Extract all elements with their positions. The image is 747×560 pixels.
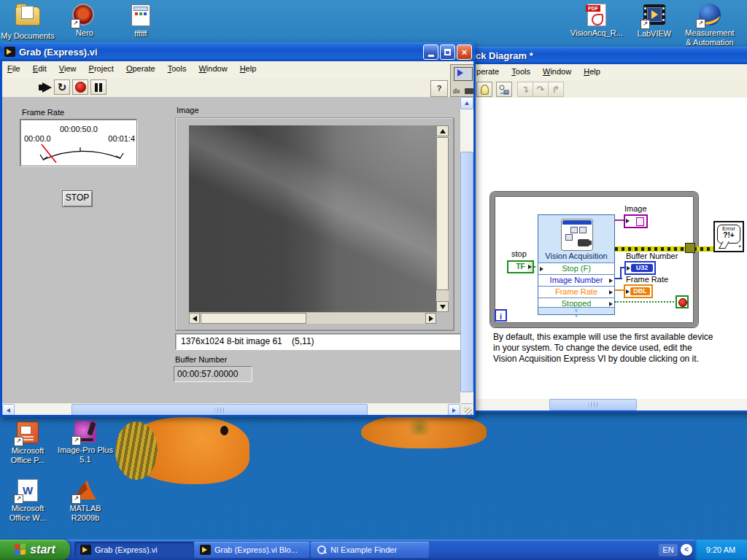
pause-icon	[95, 83, 102, 92]
scroll-left-button[interactable]	[189, 313, 200, 324]
wallpaper-fish-left	[111, 413, 257, 486]
taskbar-button-example-finder[interactable]: NI Example Finder	[311, 542, 429, 558]
diagram-horizontal-scrollbar[interactable]	[440, 399, 747, 411]
scroll-up-button[interactable]	[436, 125, 449, 136]
scrollbar-thumb[interactable]	[201, 313, 306, 324]
document-icon	[131, 4, 150, 26]
title-bar[interactable]: ck Diagram *	[438, 47, 747, 64]
scroll-down-button[interactable]	[436, 301, 449, 312]
abort-button[interactable]	[72, 79, 88, 95]
run-continuously-button[interactable]: ↻	[54, 79, 70, 95]
buffer-number-terminal[interactable]: U32	[624, 261, 656, 275]
desktop-icon-visionacq-pdf[interactable]: PDF VisionAcq_R...	[569, 3, 624, 38]
image-vertical-scrollbar[interactable]	[436, 125, 449, 312]
close-button[interactable]: ×	[457, 44, 472, 60]
language-indicator[interactable]: EN	[659, 544, 678, 556]
iteration-terminal[interactable]: i	[495, 309, 507, 322]
vi-icon-pane[interactable]: dx	[450, 64, 473, 97]
desktop-icon-nero[interactable]: ↗ Nero	[57, 3, 112, 38]
scrollbar-thumb[interactable]	[71, 404, 368, 415]
loop-condition-terminal[interactable]	[676, 295, 689, 308]
diagram-canvas[interactable]: i stop TF Vision Acquisition Stop (F) Im…	[440, 98, 747, 399]
desktop-icon-matlab[interactable]: ↗ MATLAB R2009b	[58, 478, 113, 523]
maximize-icon	[444, 49, 451, 55]
icon-label-line2: Office P...	[11, 456, 45, 464]
stop-boolean-terminal[interactable]: TF	[507, 260, 534, 273]
title-bar[interactable]: Grab (Express).vi ×	[0, 42, 476, 61]
menu-item-tools[interactable]: Tools	[506, 64, 535, 78]
scroll-right-button[interactable]	[448, 404, 460, 415]
expand-chevron-icon[interactable]: ∨∨	[538, 307, 614, 314]
taskbar-button-grab-vi[interactable]: Grab (Express).vi	[74, 542, 194, 558]
icon-label: LabVIEW	[627, 29, 682, 39]
step-into-button[interactable]: ↴	[517, 82, 533, 97]
error-out-node[interactable]: Error ?!+ *	[713, 221, 744, 252]
image-wire	[615, 219, 624, 221]
menu-item-file[interactable]: File	[2, 61, 26, 75]
magnifier-icon	[317, 545, 327, 555]
pdf-icon: PDF	[587, 4, 606, 26]
resize-grip[interactable]	[460, 404, 473, 415]
vision-acquisition-express-vi[interactable]: Vision Acquisition Stop (F) Image Number…	[538, 214, 615, 315]
menu-item-window[interactable]: Window	[538, 64, 576, 78]
minimize-button[interactable]	[423, 44, 438, 60]
clock[interactable]: 9:20 AM	[706, 545, 735, 554]
frame-rate-terminal[interactable]: DBL	[624, 284, 653, 298]
fish-fin	[115, 421, 158, 480]
scroll-left-button[interactable]	[2, 404, 15, 415]
retain-wire-values-button[interactable]	[496, 82, 512, 97]
output-arrow-icon	[609, 290, 613, 295]
menu-item-operate[interactable]: Operate	[121, 61, 160, 75]
menu-item-window[interactable]: Window	[193, 61, 232, 75]
menu-item-operate[interactable]: perate	[471, 64, 504, 78]
va-row-frame-rate[interactable]: Frame Rate	[538, 286, 614, 298]
buffer-number-label: Buffer Number	[175, 355, 227, 364]
output-arrow-icon	[528, 265, 532, 269]
stop-button[interactable]: STOP	[62, 190, 93, 207]
start-button[interactable]: start	[0, 540, 70, 560]
va-row-stop[interactable]: Stop (F)	[538, 262, 614, 275]
block-diagram-window: ck Diagram * perate Tools Window Help ↴ …	[438, 47, 747, 413]
camera-image[interactable]	[189, 125, 436, 312]
panel-horizontal-scrollbar[interactable]	[2, 404, 460, 415]
menu-item-tools[interactable]: Tools	[163, 61, 192, 75]
desktop-icon-ffffff[interactable]: ffffff	[113, 3, 169, 39]
taskbar-button-block-diagram[interactable]: Grab (Express).vi Blo...	[194, 542, 309, 558]
menu-item-edit[interactable]: Edit	[28, 61, 52, 75]
desktop-icon-powerpoint[interactable]: ↗ Microsoft Office P...	[0, 420, 55, 465]
run-button[interactable]	[35, 79, 51, 95]
scrollbar-thumb[interactable]	[436, 137, 449, 290]
input-arrow-icon	[540, 267, 543, 271]
desktop-icon-labview[interactable]: ↗ LabVIEW	[627, 3, 682, 39]
maximize-button[interactable]	[440, 44, 455, 60]
step-over-button[interactable]: ↷	[533, 82, 549, 97]
buffer-wire	[620, 267, 622, 279]
scrollbar-thumb[interactable]	[460, 152, 473, 392]
menu-item-help[interactable]: Help	[235, 61, 262, 75]
scrollbar-thumb[interactable]	[549, 399, 637, 411]
va-row-image-number[interactable]: Image Number	[538, 274, 614, 287]
step-out-button[interactable]: ↱	[548, 82, 564, 97]
panel-vertical-scrollbar[interactable]	[460, 97, 473, 415]
desktop-icon-my-documents[interactable]: My Documents	[0, 3, 55, 41]
scroll-right-button[interactable]	[425, 313, 436, 324]
up-arrow-icon	[440, 129, 446, 133]
scroll-up-button[interactable]	[460, 97, 473, 109]
menu-item-view[interactable]: View	[54, 61, 82, 75]
context-help-button[interactable]: ?	[430, 80, 448, 97]
icon-label: Image-Pro Plus	[58, 446, 113, 454]
desktop-icon-measurement-automation[interactable]: ↗ Measurement & Automation	[682, 3, 738, 47]
menu-item-project[interactable]: Project	[84, 61, 119, 75]
pause-button[interactable]	[90, 79, 107, 95]
image-indicator-terminal[interactable]	[624, 214, 648, 228]
desktop-icon-word[interactable]: W ↗ Microsoft Office W...	[0, 478, 55, 523]
right-arrow-icon	[429, 316, 433, 322]
step-into-icon: ↴	[522, 84, 530, 95]
highlight-execution-button[interactable]	[476, 82, 492, 97]
image-horizontal-scrollbar[interactable]	[189, 313, 436, 324]
frame-rate-gauge[interactable]: 00:00:50.0 00:00.0 00:01:4	[20, 120, 137, 166]
camera-icon	[465, 88, 473, 94]
hide-icons-chevron[interactable]: <	[681, 544, 692, 556]
menu-item-help[interactable]: Help	[578, 64, 605, 78]
desktop-icon-imagepro[interactable]: ↗ Image-Pro Plus 5.1	[58, 420, 113, 464]
